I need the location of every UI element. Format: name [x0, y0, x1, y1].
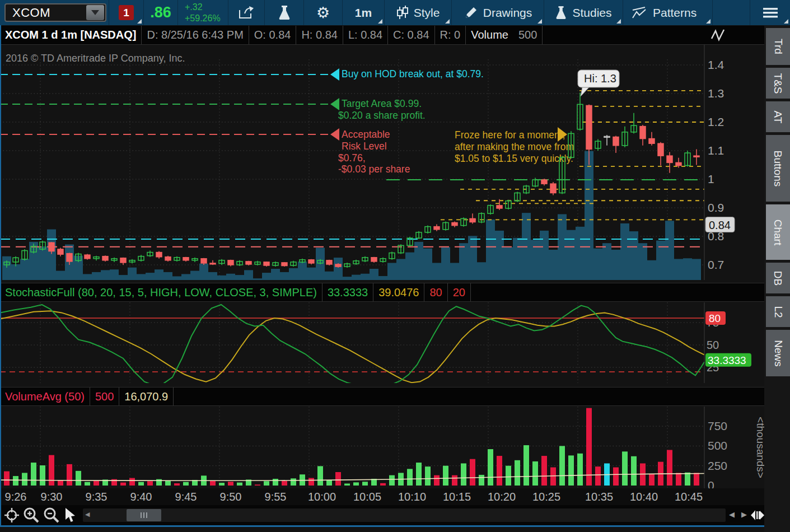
sidebar-tab-buttons[interactable]: Buttons: [766, 135, 790, 202]
sidebar-tab-ts[interactable]: T&S: [766, 68, 790, 99]
volume-bar: [622, 451, 628, 486]
volume-bar: [667, 450, 672, 486]
settings-button[interactable]: ⚙: [304, 0, 343, 25]
time-axis-label: 9:55: [265, 491, 287, 503]
price-axis-label: 0.7: [708, 258, 724, 271]
volume-bar: [541, 456, 547, 486]
candle-body: [58, 249, 63, 254]
dropdown-corner-icon: [537, 19, 542, 24]
pan-left-button[interactable]: ◀: [729, 510, 735, 519]
volume-overlay-bar: [181, 274, 190, 280]
share-button[interactable]: [228, 0, 265, 25]
volume-bar: [344, 483, 350, 486]
share-icon: [238, 6, 255, 20]
price-axis-label: 1.1: [708, 144, 724, 157]
volume-bar: [165, 481, 171, 486]
price-change: +.32: [185, 2, 203, 13]
alert-count-badge: 1: [119, 5, 134, 20]
volume-bar: [40, 465, 45, 486]
volume-overlay-bar: [370, 269, 378, 280]
volume-overlay-bar: [307, 268, 316, 280]
header-volume-value: 500: [513, 26, 543, 44]
pan-right-button[interactable]: ▶: [741, 510, 747, 519]
volume-bar: [353, 482, 359, 486]
volume-bar: [210, 481, 216, 486]
scroll-left-arrow-icon[interactable]: ◀: [85, 511, 90, 518]
volume-overlay-bar: [486, 220, 495, 280]
sidebar-tab-trd[interactable]: Trd: [766, 28, 790, 65]
time-axis[interactable]: 9:269:309:359:409:459:509:5510:0010:0510…: [0, 488, 764, 505]
volume-overlay-bar: [289, 268, 298, 280]
volume-overlay-bar: [423, 249, 432, 280]
volume-bar: [67, 464, 72, 486]
sidebar-tab-label: T&S: [772, 73, 784, 94]
annotation-text: -$0.03 per share: [338, 164, 410, 175]
volume-overlay-bar: [576, 227, 585, 280]
time-axis-label: 9:26: [5, 491, 27, 503]
volume-bar: [317, 466, 323, 486]
analyze-button[interactable]: [265, 0, 304, 25]
volume-bar: [326, 480, 332, 486]
zoom-in-button[interactable]: [22, 507, 41, 525]
scrollbar-grip[interactable]: [127, 509, 161, 521]
horizontal-scrollbar[interactable]: ◀: [83, 508, 726, 522]
candle-body: [183, 258, 189, 260]
volume-overlay-bar: [208, 272, 217, 280]
sidebar-tab-db[interactable]: DB: [766, 263, 790, 293]
volume-overlay-bar: [11, 264, 20, 280]
style-button[interactable]: Style: [385, 0, 452, 25]
volume-overlay-bar: [298, 262, 307, 280]
style-label: Style: [414, 6, 440, 20]
menu-button[interactable]: [750, 0, 790, 25]
candle-body: [470, 218, 475, 222]
price-chart-canvas[interactable]: Buy on HOD break out, at $0.79.Target Ar…: [0, 45, 764, 280]
volume-overlay-bar: [665, 221, 674, 280]
gadget-sidebar: TrdT&SATButtonsChartDBL2News: [764, 25, 790, 532]
timeframe-button[interactable]: 1m: [343, 0, 385, 25]
time-axis-label: 10:45: [675, 491, 703, 503]
sidebar-tab-l2[interactable]: L2: [766, 296, 790, 327]
volume-bar: [219, 483, 225, 486]
patterns-button[interactable]: Patterns: [623, 0, 713, 25]
candle-body: [613, 137, 619, 146]
volume-overlay-bar: [620, 223, 629, 280]
volume-overlay-bar: [47, 230, 56, 280]
zoom-out-button[interactable]: [43, 507, 62, 525]
studies-button[interactable]: Studies: [544, 0, 623, 25]
volume-bar: [49, 455, 54, 486]
volume-overlay-bar: [396, 259, 405, 280]
sidebar-tab-news[interactable]: News: [766, 330, 790, 376]
time-axis-label: 10:15: [443, 491, 471, 503]
annotation-arrow-left-icon: [330, 128, 339, 141]
time-axis-label: 9:30: [41, 491, 63, 503]
volume-overlay-bar: [235, 275, 244, 280]
cursor-tool-button[interactable]: [64, 507, 77, 523]
volume-overlay-bar: [38, 246, 47, 280]
volume-canvas[interactable]: 7505002500<thousands>: [0, 407, 764, 488]
stochastic-canvas[interactable]: 7550258033.3333: [0, 302, 764, 383]
studies-label: Studies: [572, 6, 611, 20]
header-r: R: 0: [435, 26, 466, 44]
volume-overlay-bar: [334, 258, 343, 280]
volume-overlay-bar: [531, 240, 540, 280]
volume-bar: [407, 469, 413, 486]
expand-axis-button[interactable]: [751, 509, 764, 521]
symbol-dropdown-button[interactable]: [86, 5, 104, 20]
volume-bar: [308, 478, 314, 486]
header-close: C: 0.84: [388, 26, 434, 44]
volume-axis-label: 0: [708, 479, 714, 488]
volume-overlay-bar: [638, 243, 647, 280]
volume-bar: [138, 482, 144, 486]
alerts-button[interactable]: 1: [109, 0, 144, 25]
time-axis-label: 9:35: [86, 491, 107, 503]
sidebar-tab-at[interactable]: AT: [766, 101, 790, 132]
crosshair-tool-button[interactable]: [3, 507, 20, 524]
volume-study-label[interactable]: VolumeAvg (50): [0, 388, 90, 405]
time-axis-label: 10:40: [630, 491, 658, 503]
pane-chart-icon[interactable]: [710, 27, 726, 43]
drawings-button[interactable]: Drawings: [452, 0, 544, 25]
stochastic-study-label[interactable]: StochasticFull (80, 20, 15, 5, HIGH, LOW…: [0, 283, 322, 301]
sidebar-tab-label: Trd: [772, 39, 784, 54]
symbol-input[interactable]: XCOM: [4, 3, 106, 22]
sidebar-tab-chart[interactable]: Chart: [766, 204, 790, 260]
